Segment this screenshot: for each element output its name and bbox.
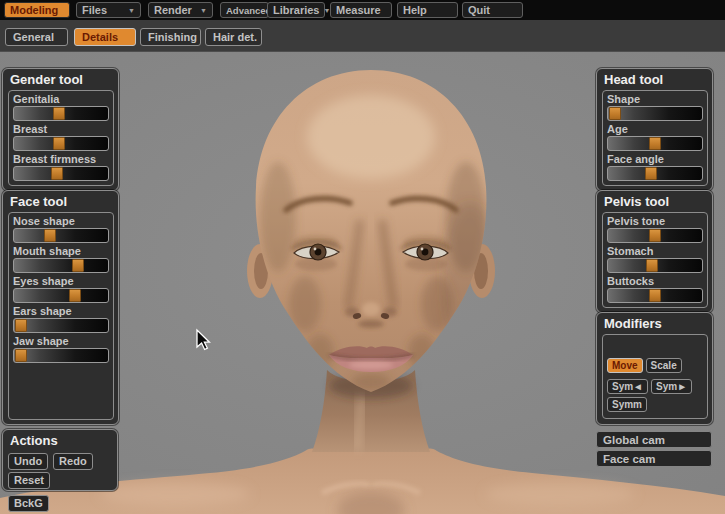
panel-face-tool: Face tool Nose shape Mouth shape Eyes sh…	[2, 190, 119, 425]
panel-head-tool: Head tool Shape Age Face angle	[596, 68, 713, 191]
slider-breast-firmness: Breast firmness	[13, 153, 109, 181]
menu-label: Libraries	[273, 4, 319, 16]
menu-item-libraries[interactable]: Libraries▼	[267, 2, 325, 18]
undo-button[interactable]: Undo	[8, 453, 48, 470]
menu-item-advanced[interactable]: Advanced▼	[220, 2, 269, 18]
tab-label: Hair det.	[213, 31, 257, 43]
slider-handle[interactable]	[72, 259, 84, 272]
redo-button[interactable]: Redo	[53, 453, 93, 470]
tab-finishing[interactable]: Finishing	[140, 28, 201, 46]
scale-button[interactable]: Scale	[646, 358, 682, 373]
slider-label: Face angle	[607, 153, 703, 166]
slider-face-angle: Face angle	[607, 153, 703, 181]
slider-track[interactable]	[13, 166, 109, 181]
sym-left-button[interactable]: Sym◄	[607, 379, 648, 394]
slider-label: Buttocks	[607, 275, 703, 288]
panel-title: Modifiers	[602, 315, 708, 334]
menu-item-files[interactable]: Files▼	[76, 2, 141, 18]
menu-label: Files	[82, 4, 107, 16]
slider-label: Jaw shape	[13, 335, 109, 348]
slider-label: Eyes shape	[13, 275, 109, 288]
slider-group: Shape Age Face angle	[602, 90, 708, 186]
makehuman-window: Modeling Files▼ Render▼ Advanced▼ Librar…	[0, 0, 725, 514]
slider-eyes-shape: Eyes shape	[13, 275, 109, 303]
slider-mouth-shape: Mouth shape	[13, 245, 109, 273]
slider-handle[interactable]	[15, 319, 27, 332]
dropdown-arrow-icon: ▼	[319, 7, 330, 14]
slider-handle[interactable]	[649, 137, 661, 150]
tab-general[interactable]: General	[5, 28, 68, 46]
tab-label: Finishing	[148, 31, 197, 43]
slider-handle[interactable]	[649, 229, 661, 242]
slider-handle[interactable]	[645, 167, 657, 180]
slider-label: Breast firmness	[13, 153, 109, 166]
slider-label: Stomach	[607, 245, 703, 258]
menu-label: Modeling	[10, 4, 58, 16]
slider-track[interactable]	[607, 228, 703, 243]
tab-label: General	[13, 31, 54, 43]
slider-handle[interactable]	[609, 107, 621, 120]
menu-item-quit[interactable]: Quit	[462, 2, 523, 18]
sym-right-button[interactable]: Sym►	[651, 379, 692, 394]
cam-label: Face cam	[603, 453, 655, 465]
tab-details[interactable]: Details	[74, 28, 136, 46]
face-cam-button[interactable]: Face cam	[596, 450, 712, 467]
slider-label: Age	[607, 123, 703, 136]
actions-buttons-row2: BckG	[8, 493, 113, 512]
panel-title: Pelvis tool	[602, 193, 708, 212]
slider-track[interactable]	[607, 288, 703, 303]
menu-item-help[interactable]: Help	[397, 2, 458, 18]
menu-bar: Modeling Files▼ Render▼ Advanced▼ Librar…	[0, 0, 725, 20]
slider-track[interactable]	[13, 228, 109, 243]
slider-label: Mouth shape	[13, 245, 109, 258]
slider-handle[interactable]	[53, 137, 65, 150]
modifiers-row2: Sym◄Sym►Symm	[607, 376, 703, 412]
slider-label: Shape	[607, 93, 703, 106]
tab-hair-det[interactable]: Hair det.	[205, 28, 262, 46]
menu-label: Render	[154, 4, 192, 16]
slider-label: Nose shape	[13, 215, 109, 228]
global-cam-button[interactable]: Global cam	[596, 431, 712, 448]
tab-bar: General Details Finishing Hair det.	[0, 20, 725, 52]
slider-label: Breast	[13, 123, 109, 136]
move-button[interactable]: Move	[607, 358, 643, 373]
menu-label: Measure	[336, 4, 381, 16]
slider-handle[interactable]	[53, 107, 65, 120]
symm-button[interactable]: Symm	[607, 397, 647, 412]
menu-item-render[interactable]: Render▼	[148, 2, 213, 18]
slider-label: Ears shape	[13, 305, 109, 318]
slider-track[interactable]	[13, 136, 109, 151]
slider-buttocks: Buttocks	[607, 275, 703, 303]
slider-track[interactable]	[13, 348, 109, 363]
slider-track[interactable]	[607, 258, 703, 273]
tab-label: Details	[82, 31, 118, 43]
slider-track[interactable]	[13, 258, 109, 273]
slider-track[interactable]	[13, 106, 109, 121]
modifiers-row1: MoveScale	[607, 355, 703, 373]
panel-title: Face tool	[8, 193, 114, 212]
slider-track[interactable]	[13, 288, 109, 303]
slider-track[interactable]	[607, 136, 703, 151]
slider-handle[interactable]	[69, 289, 81, 302]
slider-handle[interactable]	[44, 229, 56, 242]
panel-title: Head tool	[602, 71, 708, 90]
menu-item-modeling[interactable]: Modeling	[4, 2, 70, 18]
slider-track[interactable]	[607, 106, 703, 121]
slider-label: Pelvis tone	[607, 215, 703, 228]
slider-handle[interactable]	[51, 167, 63, 180]
slider-group: Pelvis tone Stomach Buttocks	[602, 212, 708, 308]
slider-pelvis-tone: Pelvis tone	[607, 215, 703, 243]
slider-stomach: Stomach	[607, 245, 703, 273]
menu-item-measure[interactable]: Measure	[330, 2, 392, 18]
slider-handle[interactable]	[646, 259, 658, 272]
slider-group: Nose shape Mouth shape Eyes shape Ears s…	[8, 212, 114, 420]
reset-button[interactable]: Reset	[8, 472, 50, 489]
slider-track[interactable]	[607, 166, 703, 181]
slider-handle[interactable]	[15, 349, 27, 362]
bckg-button[interactable]: BckG	[8, 495, 49, 512]
slider-handle[interactable]	[649, 289, 661, 302]
panel-actions: Actions UndoRedoReset BckG	[2, 429, 118, 491]
panel-title: Gender tool	[8, 71, 114, 90]
slider-track[interactable]	[13, 318, 109, 333]
cam-label: Global cam	[603, 434, 665, 446]
